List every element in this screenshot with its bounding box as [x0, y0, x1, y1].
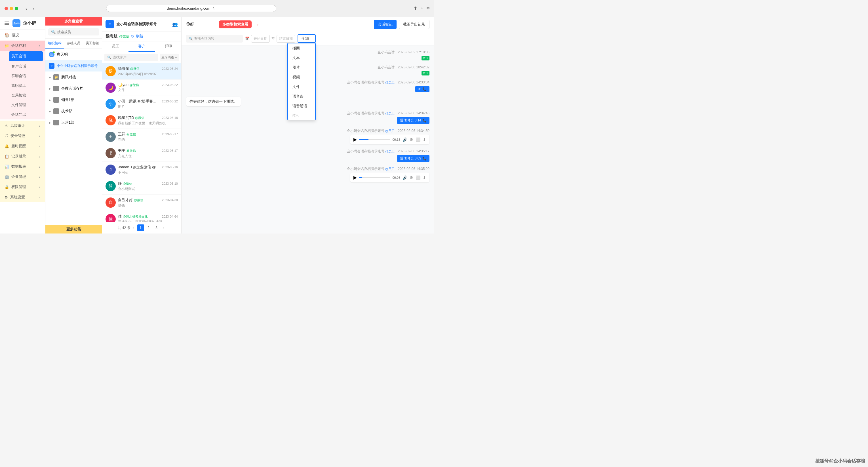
sidebar-item-system-settings[interactable]: ⚙ 系统设置 ∨ — [0, 192, 45, 202]
customer-item-yanghaihang[interactable]: 杨 杨海航 @微信 2023-05-24 2023年05月24日16:28:07 — [102, 63, 181, 80]
menu-toggle-icon[interactable] — [3, 21, 10, 26]
filter-text[interactable]: 文本 — [288, 53, 315, 63]
play-button-8[interactable]: ▶ — [353, 175, 357, 180]
org-item-qiwei[interactable]: ▶ 企微会话存档 — [45, 83, 102, 94]
last-contact-filter[interactable]: 最后沟通 ▼ — [160, 54, 179, 61]
speed-icon-6[interactable]: ⚙ — [410, 137, 413, 142]
sidebar-item-global-search[interactable]: 全局检索 — [0, 91, 45, 100]
sidebar-item-reminder[interactable]: 🔔 超时提醒 ∨ — [0, 141, 45, 151]
play-button-6[interactable]: ▶ — [353, 137, 357, 142]
page-prev-btn[interactable]: ‹ — [132, 225, 136, 230]
customer-item-jing[interactable]: 静 静 @微信 2023-05-10 企小码测试 — [102, 178, 181, 195]
sidebar-item-overview[interactable]: 🏠 概况 — [0, 30, 45, 40]
customer-item-zijicaihao[interactable]: 自 自己才好 @微信 2023-04-30 谱钱 — [102, 195, 181, 211]
tab-employee-tags[interactable]: 员工标签 — [83, 39, 102, 49]
customer-item-shuping[interactable]: 书 书平 @微信 2023-05-17 几点入住 — [102, 145, 181, 162]
browser-actions: ⬆ + ⧉ — [413, 6, 430, 11]
audio-player-6: ▶ 00:13 🔊 ⚙ ⬜ ⬇ — [350, 134, 430, 145]
filter-end[interactable]: 结束 — [288, 111, 315, 120]
sidebar-item-group-chat[interactable]: 群聊会话 — [0, 71, 45, 81]
org-item-ops[interactable]: ▶ 运营1部 — [45, 117, 102, 128]
reload-icon[interactable]: ↻ — [213, 6, 216, 10]
date-end-input[interactable]: 结束日期 — [277, 35, 295, 42]
share-icon[interactable]: ⬆ — [413, 6, 417, 11]
sidebar-item-risk-audit[interactable]: ⚠ 风险审计 ∨ — [0, 121, 45, 131]
address-bar[interactable]: demo.huihuacundang.com ↻ — [106, 5, 276, 12]
sidebar-group-chat-label: 群聊会话 — [11, 74, 26, 78]
customer-item-jia[interactable]: 佳 佳 @湖北帆云海文化... 2023-04-64 开通这个，需要跟销售沟通吗 — [102, 211, 181, 222]
chat-content-search[interactable]: 🔍 查找会话内容 — [186, 35, 243, 42]
sidebar-item-company-manage[interactable]: 🏢 企业管理 ∨ — [0, 172, 45, 182]
sidebar-item-customer-chat[interactable]: 客户会话 — [0, 62, 45, 71]
sidebar-item-employee-chat[interactable]: 员工会话 — [9, 51, 43, 61]
customer-item-jordan[interactable]: J Jordan T@企业微信 @... 2023-05-16 不同意 — [102, 162, 181, 178]
filter-revoke[interactable]: 撤回 — [288, 43, 315, 53]
customer-item-yao[interactable]: 🌙 🌙yao @微信 2023-05-22 文件 — [102, 80, 181, 96]
chat-mark-button[interactable]: 会话标记 — [374, 20, 397, 29]
msg-bubble-4: 你好你好，这边做一下测试。 — [186, 97, 241, 106]
msg-sender-1: 企小码会话 2023-02-02 17:10:06 — [377, 50, 430, 55]
lock-icon: 🔒 — [4, 185, 9, 189]
expand-icon-6[interactable]: ⬜ — [415, 137, 421, 142]
maximize-button[interactable] — [15, 7, 18, 10]
page-next-btn[interactable]: › — [161, 225, 166, 230]
filter-all-label: 全部 — [302, 36, 309, 41]
date-start-input[interactable]: 开始日期 — [251, 35, 270, 42]
expand-icon-8[interactable]: ⬜ — [415, 175, 421, 180]
chat-export-button[interactable]: 截图导出记录 — [399, 20, 430, 29]
download-icon-8[interactable]: ⬇ — [423, 175, 426, 180]
sidebar-item-chat-archive[interactable]: 📁 会话存档 ∧ — [0, 40, 45, 51]
audio-progress-6[interactable] — [359, 139, 390, 140]
volume-icon-6[interactable]: 🔊 — [403, 137, 407, 142]
sidebar-item-resigned[interactable]: 离职员工 — [0, 81, 45, 91]
filter-voice-strip[interactable]: 语音条 — [288, 92, 315, 101]
tab-org-structure[interactable]: 组织架构 — [45, 39, 64, 49]
org-item-company[interactable]: 企 小企业码会话存档演示账号 — [45, 60, 102, 71]
close-button[interactable] — [4, 7, 8, 10]
customer-item-wangxiang[interactable]: 王 王祥 @微信 2023-05-17 在的 — [102, 129, 181, 145]
sidebar-item-record-inherit[interactable]: 📋 记录继承 ∨ — [0, 151, 45, 161]
tab-employee[interactable]: 员工 — [102, 41, 128, 52]
customer-search-box[interactable]: 🔍 查找客户 — [104, 54, 158, 61]
refresh-icon[interactable]: ↻ — [131, 34, 134, 39]
sidebar-item-security[interactable]: 🛡 安全管控 ∨ — [0, 131, 45, 141]
customer-item-xiaoxingchen[interactable]: 晓 晓星沉TD @微信 2023-05-18 我有新的工作变更，唐天明@机... — [102, 112, 181, 129]
employee-search-input[interactable] — [57, 30, 96, 34]
sidebar-item-data-report[interactable]: 📊 数据报表 ∨ — [0, 161, 45, 172]
filter-file[interactable]: 文件 — [288, 82, 315, 92]
org-item-tang[interactable]: 唐 唐天明 — [45, 49, 102, 60]
tabs-icon[interactable]: ⧉ — [427, 6, 430, 11]
volume-icon-8[interactable]: 🔊 — [403, 175, 407, 180]
download-icon-6[interactable]: ⬇ — [423, 137, 426, 142]
sidebar-item-permission[interactable]: 🔒 权限管理 ∨ — [0, 182, 45, 192]
org-item-sales[interactable]: ▶ 销售1部 — [45, 94, 102, 105]
sidebar-item-chat-export[interactable]: 会话导出 — [0, 110, 45, 119]
employee-search-box[interactable]: 🔍 — [48, 28, 99, 35]
page-btn-3[interactable]: 3 — [153, 224, 160, 231]
customer-item-xiaotian[interactable]: 小 小田（腾讯HR助手客... 2023-05-22 图片 — [102, 96, 181, 112]
sidebar-item-file-manage[interactable]: 文件管理 — [0, 100, 45, 110]
forward-button[interactable]: › — [31, 5, 36, 12]
filter-video[interactable]: 视频 — [288, 72, 315, 82]
page-btn-2[interactable]: 2 — [145, 224, 152, 231]
tab-archive-people[interactable]: 存档人员 — [64, 39, 83, 49]
speed-icon-8[interactable]: ⚙ — [410, 175, 413, 180]
avatar-shuping: 书 — [105, 148, 116, 158]
filter-voice-call[interactable]: 语音通话 — [288, 101, 315, 111]
tab-customer[interactable]: 客户 — [128, 41, 155, 52]
back-button[interactable]: ‹ — [24, 5, 29, 12]
org-item-tech[interactable]: ▶ 技术部 — [45, 105, 102, 117]
org-item-tencent[interactable]: ▶ 📁 腾讯对接 — [45, 71, 102, 83]
filter-type-button[interactable]: 全部 ↑ — [298, 34, 316, 43]
sidebar-archive-label: 会话存档 — [11, 43, 26, 48]
tab-group[interactable]: 群聊 — [155, 41, 181, 52]
org-item-label-ops: 运营1部 — [61, 120, 74, 125]
annotation-more-features: 更多功能 — [45, 225, 102, 234]
minimize-button[interactable] — [10, 7, 13, 10]
add-tab-icon[interactable]: + — [421, 6, 423, 11]
page-btn-1[interactable]: 1 — [137, 224, 144, 231]
audio-progress-8[interactable] — [359, 177, 390, 178]
filter-image[interactable]: 图片 — [288, 63, 315, 72]
refresh-label[interactable]: 刷新 — [136, 34, 143, 39]
customer-search-placeholder: 查找客户 — [113, 55, 126, 60]
